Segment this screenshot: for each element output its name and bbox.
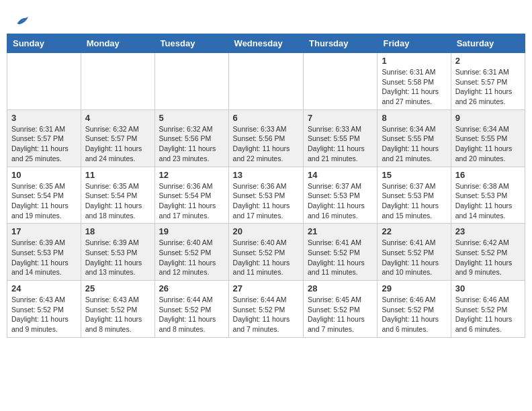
calendar-day-cell: 17Sunrise: 6:39 AM Sunset: 5:53 PM Dayli… — [7, 224, 81, 281]
calendar-day-cell: 28Sunrise: 6:45 AM Sunset: 5:52 PM Dayli… — [304, 281, 378, 338]
calendar-day-cell: 8Sunrise: 6:34 AM Sunset: 5:55 PM Daylig… — [378, 109, 451, 167]
calendar-week-row: 17Sunrise: 6:39 AM Sunset: 5:53 PM Dayli… — [7, 224, 525, 281]
day-info: Sunrise: 6:44 AM Sunset: 5:52 PM Dayligh… — [233, 295, 299, 334]
day-info: Sunrise: 6:38 AM Sunset: 5:53 PM Dayligh… — [455, 181, 521, 221]
day-number: 29 — [382, 283, 446, 293]
day-number: 17 — [11, 226, 77, 236]
day-info: Sunrise: 6:39 AM Sunset: 5:53 PM Dayligh… — [11, 238, 77, 277]
day-info: Sunrise: 6:40 AM Sunset: 5:52 PM Dayligh… — [159, 238, 224, 277]
day-number: 15 — [382, 170, 446, 180]
weekday-header-wednesday: Wednesday — [228, 34, 303, 53]
page-header — [7, 7, 525, 30]
day-info: Sunrise: 6:42 AM Sunset: 5:52 PM Dayligh… — [455, 238, 521, 277]
day-number: 19 — [159, 226, 224, 236]
day-number: 9 — [455, 113, 521, 123]
day-info: Sunrise: 6:34 AM Sunset: 5:55 PM Dayligh… — [455, 124, 521, 164]
calendar-day-cell: 30Sunrise: 6:46 AM Sunset: 5:52 PM Dayli… — [451, 281, 525, 338]
day-number: 18 — [85, 226, 150, 236]
weekday-header-friday: Friday — [378, 34, 451, 53]
calendar-day-cell: 14Sunrise: 6:37 AM Sunset: 5:53 PM Dayli… — [304, 167, 378, 224]
calendar-day-cell: 13Sunrise: 6:36 AM Sunset: 5:53 PM Dayli… — [228, 167, 303, 224]
calendar-day-cell: 27Sunrise: 6:44 AM Sunset: 5:52 PM Dayli… — [228, 281, 303, 338]
calendar-day-cell: 20Sunrise: 6:40 AM Sunset: 5:52 PM Dayli… — [228, 224, 303, 281]
calendar-day-cell: 23Sunrise: 6:42 AM Sunset: 5:52 PM Dayli… — [451, 224, 525, 281]
day-info: Sunrise: 6:35 AM Sunset: 5:54 PM Dayligh… — [85, 181, 150, 221]
calendar-day-cell: 10Sunrise: 6:35 AM Sunset: 5:54 PM Dayli… — [7, 167, 81, 224]
calendar-day-cell: 1Sunrise: 6:31 AM Sunset: 5:58 PM Daylig… — [378, 53, 451, 110]
calendar-day-cell: 18Sunrise: 6:39 AM Sunset: 5:53 PM Dayli… — [81, 224, 154, 281]
day-number: 20 — [233, 226, 299, 236]
day-info: Sunrise: 6:33 AM Sunset: 5:56 PM Dayligh… — [233, 124, 299, 164]
day-info: Sunrise: 6:44 AM Sunset: 5:52 PM Dayligh… — [159, 295, 224, 334]
calendar-week-row: 1Sunrise: 6:31 AM Sunset: 5:58 PM Daylig… — [7, 53, 525, 110]
day-number: 28 — [308, 283, 373, 293]
calendar-day-cell: 29Sunrise: 6:46 AM Sunset: 5:52 PM Dayli… — [378, 281, 451, 338]
logo-bird-icon — [15, 13, 28, 27]
day-number: 11 — [85, 170, 150, 180]
day-info: Sunrise: 6:35 AM Sunset: 5:54 PM Dayligh… — [11, 181, 77, 221]
day-info: Sunrise: 6:45 AM Sunset: 5:52 PM Dayligh… — [308, 295, 373, 334]
calendar-day-cell: 5Sunrise: 6:32 AM Sunset: 5:56 PM Daylig… — [154, 109, 228, 167]
calendar-day-cell: 6Sunrise: 6:33 AM Sunset: 5:56 PM Daylig… — [228, 109, 303, 167]
day-info: Sunrise: 6:46 AM Sunset: 5:52 PM Dayligh… — [382, 295, 446, 334]
day-number: 22 — [382, 226, 446, 236]
day-number: 8 — [382, 113, 446, 123]
day-info: Sunrise: 6:31 AM Sunset: 5:58 PM Dayligh… — [382, 67, 446, 107]
calendar-week-row: 10Sunrise: 6:35 AM Sunset: 5:54 PM Dayli… — [7, 167, 525, 224]
calendar-day-cell: 2Sunrise: 6:31 AM Sunset: 5:57 PM Daylig… — [451, 53, 525, 110]
weekday-header-saturday: Saturday — [451, 34, 525, 53]
day-info: Sunrise: 6:37 AM Sunset: 5:53 PM Dayligh… — [382, 181, 446, 221]
day-number: 2 — [455, 56, 521, 66]
calendar-day-cell: 21Sunrise: 6:41 AM Sunset: 5:52 PM Dayli… — [304, 224, 378, 281]
day-info: Sunrise: 6:46 AM Sunset: 5:52 PM Dayligh… — [455, 295, 521, 334]
day-number: 16 — [455, 170, 521, 180]
calendar-week-row: 24Sunrise: 6:43 AM Sunset: 5:52 PM Dayli… — [7, 281, 525, 338]
calendar-day-cell — [81, 53, 154, 110]
day-number: 30 — [455, 283, 521, 293]
day-number: 13 — [233, 170, 299, 180]
calendar-day-cell: 26Sunrise: 6:44 AM Sunset: 5:52 PM Dayli… — [154, 281, 228, 338]
calendar-day-cell: 25Sunrise: 6:43 AM Sunset: 5:52 PM Dayli… — [81, 281, 154, 338]
day-info: Sunrise: 6:40 AM Sunset: 5:52 PM Dayligh… — [233, 238, 299, 277]
weekday-header-sunday: Sunday — [7, 34, 81, 53]
logo — [13, 13, 28, 27]
day-number: 1 — [382, 56, 446, 66]
day-number: 23 — [455, 226, 521, 236]
weekday-header-row: SundayMondayTuesdayWednesdayThursdayFrid… — [7, 34, 525, 53]
calendar-day-cell: 15Sunrise: 6:37 AM Sunset: 5:53 PM Dayli… — [378, 167, 451, 224]
day-number: 10 — [11, 170, 77, 180]
day-info: Sunrise: 6:31 AM Sunset: 5:57 PM Dayligh… — [11, 124, 77, 164]
day-info: Sunrise: 6:32 AM Sunset: 5:56 PM Dayligh… — [159, 124, 224, 164]
day-number: 21 — [308, 226, 373, 236]
day-info: Sunrise: 6:33 AM Sunset: 5:55 PM Dayligh… — [308, 124, 373, 164]
day-info: Sunrise: 6:31 AM Sunset: 5:57 PM Dayligh… — [455, 67, 521, 107]
day-number: 26 — [159, 283, 224, 293]
calendar-week-row: 3Sunrise: 6:31 AM Sunset: 5:57 PM Daylig… — [7, 109, 525, 167]
calendar-day-cell: 3Sunrise: 6:31 AM Sunset: 5:57 PM Daylig… — [7, 109, 81, 167]
weekday-header-tuesday: Tuesday — [154, 34, 228, 53]
day-info: Sunrise: 6:32 AM Sunset: 5:57 PM Dayligh… — [85, 124, 150, 164]
day-info: Sunrise: 6:36 AM Sunset: 5:53 PM Dayligh… — [233, 181, 299, 221]
calendar-day-cell: 9Sunrise: 6:34 AM Sunset: 5:55 PM Daylig… — [451, 109, 525, 167]
day-number: 5 — [159, 113, 224, 123]
day-info: Sunrise: 6:34 AM Sunset: 5:55 PM Dayligh… — [382, 124, 446, 164]
day-number: 24 — [11, 283, 77, 293]
calendar-day-cell — [304, 53, 378, 110]
calendar-table: SundayMondayTuesdayWednesdayThursdayFrid… — [7, 34, 525, 338]
day-info: Sunrise: 6:37 AM Sunset: 5:53 PM Dayligh… — [308, 181, 373, 221]
calendar-day-cell: 4Sunrise: 6:32 AM Sunset: 5:57 PM Daylig… — [81, 109, 154, 167]
calendar-day-cell: 7Sunrise: 6:33 AM Sunset: 5:55 PM Daylig… — [304, 109, 378, 167]
calendar-day-cell: 16Sunrise: 6:38 AM Sunset: 5:53 PM Dayli… — [451, 167, 525, 224]
day-number: 14 — [308, 170, 373, 180]
calendar-day-cell: 22Sunrise: 6:41 AM Sunset: 5:52 PM Dayli… — [378, 224, 451, 281]
day-number: 6 — [233, 113, 299, 123]
calendar-day-cell: 11Sunrise: 6:35 AM Sunset: 5:54 PM Dayli… — [81, 167, 154, 224]
day-number: 12 — [159, 170, 224, 180]
calendar-day-cell — [7, 53, 81, 110]
calendar-day-cell: 24Sunrise: 6:43 AM Sunset: 5:52 PM Dayli… — [7, 281, 81, 338]
day-number: 4 — [85, 113, 150, 123]
calendar-day-cell — [154, 53, 228, 110]
day-number: 27 — [233, 283, 299, 293]
day-info: Sunrise: 6:39 AM Sunset: 5:53 PM Dayligh… — [85, 238, 150, 277]
day-info: Sunrise: 6:36 AM Sunset: 5:54 PM Dayligh… — [159, 181, 224, 221]
